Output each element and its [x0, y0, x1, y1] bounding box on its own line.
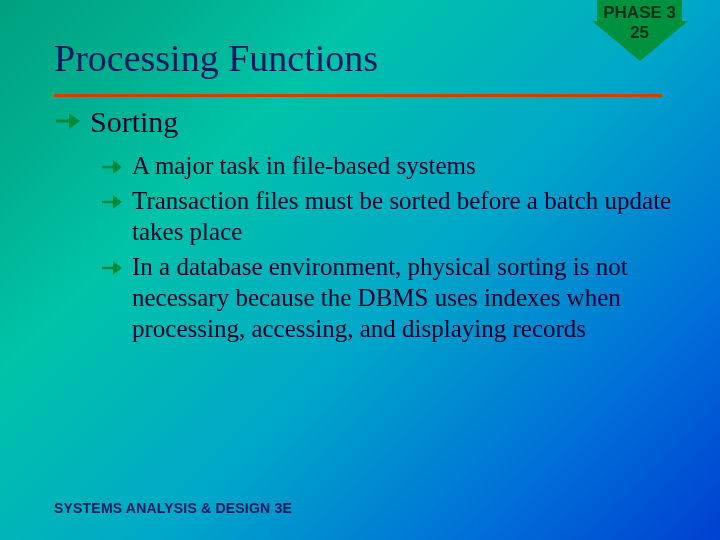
sub-bullets: A major task in file-based systems Trans…	[100, 150, 674, 344]
arrow-right-icon	[100, 257, 122, 279]
svg-marker-6	[113, 195, 122, 209]
footer-text: SYSTEMS ANALYSIS & DESIGN 3E	[54, 500, 292, 516]
arrow-right-icon	[54, 108, 80, 134]
bullet-level1: Sorting	[54, 104, 674, 140]
title-underline	[54, 94, 662, 97]
phase-arrow: 25	[597, 23, 682, 63]
bullet-level2-text: Transaction files must be sorted before …	[132, 185, 672, 247]
svg-marker-2	[69, 113, 80, 129]
slide-body: Sorting A major task in file-based syste…	[54, 104, 674, 348]
bullet-level2: Transaction files must be sorted before …	[100, 185, 674, 247]
bullet-level2: A major task in file-based systems	[100, 150, 674, 181]
bullet-level2-text: A major task in file-based systems	[132, 150, 476, 181]
phase-label: PHASE 3	[597, 0, 682, 23]
bullet-level2-text: In a database environment, physical sort…	[132, 251, 672, 344]
phase-badge: PHASE 3 25	[597, 0, 682, 63]
slide-title: Processing Functions	[54, 36, 378, 80]
bullet-level1-text: Sorting	[90, 104, 178, 140]
phase-number: 25	[630, 23, 649, 43]
slide: PHASE 3 25 Processing Functions Sorting	[0, 0, 720, 540]
arrow-right-icon	[100, 191, 122, 213]
svg-marker-4	[113, 160, 122, 174]
arrow-right-icon	[100, 156, 122, 178]
bullet-level2: In a database environment, physical sort…	[100, 251, 674, 344]
svg-marker-8	[113, 261, 122, 275]
